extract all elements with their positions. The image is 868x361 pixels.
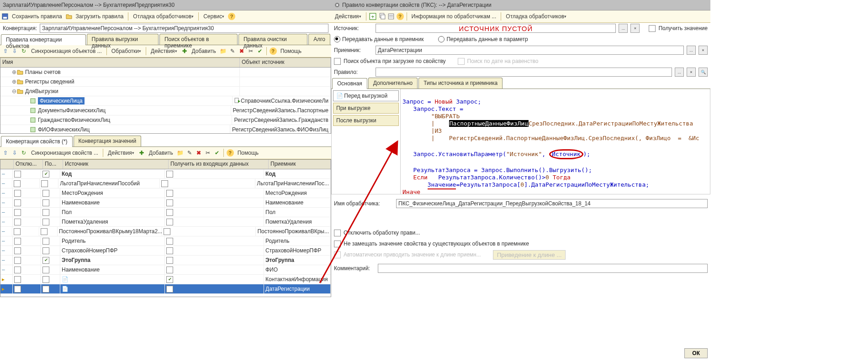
search-checkbox[interactable] [42,247,49,254]
incoming-checkbox[interactable] [161,180,168,187]
incoming-checkbox[interactable] [166,209,173,216]
search-checkbox[interactable] [41,228,48,235]
disabled-checkbox[interactable] [14,171,21,178]
add-icon[interactable]: + [369,13,376,20]
actions-dropdown[interactable]: Действия [149,47,179,56]
property-row[interactable]: –НаименованиеФИО [0,265,331,275]
up-arrow-icon[interactable]: ⇧ [2,149,9,157]
search-checkbox[interactable] [42,276,49,283]
property-row[interactable]: –МестоРожденияМестоРождения [0,188,331,198]
radio-to-parameter[interactable]: Передавать данные в параметр [438,36,528,43]
get-value-checkbox[interactable] [649,25,656,32]
delete-icon[interactable]: ✖ [195,149,202,157]
cut-icon[interactable]: ✂ [247,47,254,55]
cut-icon[interactable]: ✂ [204,149,212,157]
col-source[interactable]: Источник [63,160,169,169]
disabled-checkbox[interactable] [14,257,21,264]
delete-icon[interactable]: ✖ [238,47,245,55]
incoming-checkbox[interactable] [166,199,173,206]
incoming-checkbox[interactable] [166,286,173,293]
collapse-icon[interactable]: ⊖ [11,88,17,94]
property-row[interactable]: –ПолПол [0,208,331,217]
tab-additional[interactable]: Дополнительно [368,78,418,89]
handler-name-field[interactable]: ПКС_ФизическиеЛица_ДатаРегистрации_Перед… [396,199,708,208]
edit-icon[interactable]: ✎ [229,47,236,55]
comment-field[interactable] [378,264,708,273]
col-search[interactable]: По... [43,160,63,169]
add-icon[interactable]: ✚ [138,149,145,157]
disabled-checkbox[interactable] [14,209,21,216]
actions-dropdown-right[interactable]: Действия [333,12,363,21]
radio-to-receiver[interactable]: Передавать данные в приемник [334,36,423,43]
rule-clear-button[interactable]: × [687,68,696,77]
search-checkbox[interactable] [42,171,49,178]
folder-add-icon[interactable]: 📁 [220,47,227,55]
destination-field[interactable]: ДатаРегистрации [376,46,684,55]
property-row[interactable]: ▸📄КонтактнаяИнформация [0,275,331,284]
tree-leaf[interactable]: ФизическиеЛицаСправочникСсылка.Физически… [0,96,331,106]
properties-grid[interactable]: Отклю... По... Источник Получить из вход… [0,159,331,297]
tab-value-conversion[interactable]: Конвертация значений [74,136,142,146]
tree-leaf[interactable]: ГражданствоФизическихЛицРегистрСведенийЗ… [0,115,331,125]
search-checkbox[interactable] [42,190,49,197]
search-checkbox[interactable] [42,267,49,273]
tab-cleanup-rules[interactable]: Правила очистки данных [238,34,307,45]
add-button-2[interactable]: Добавить [147,148,175,157]
handler-after-export[interactable]: После выгрузки [333,115,399,126]
tree-leaf[interactable]: ДокументыФизическихЛицРегистрСведенийЗап… [0,106,331,115]
handler-on-export[interactable]: При выгрузке [333,103,399,114]
col-destination[interactable]: Приемник [269,160,331,169]
rules-tree-grid[interactable]: Имя Объект источник ⊕Планы счетов ⊕Регис… [0,58,331,134]
disabled-checkbox[interactable] [14,190,21,197]
no-replace-checkbox[interactable] [334,241,341,247]
incoming-checkbox[interactable] [166,276,173,283]
source-field[interactable]: ИСТОЧНИК ПУСТОЙ [376,24,616,33]
edit-icon[interactable]: ✎ [186,149,193,157]
disabled-checkbox[interactable] [14,238,21,245]
incoming-checkbox[interactable] [166,257,173,264]
rule-dots-button[interactable]: ... [675,68,684,77]
mark-icon[interactable]: ✔ [213,149,221,157]
property-row[interactable]: –КодКод [0,169,331,179]
incoming-checkbox[interactable] [166,219,173,225]
rule-search-button[interactable]: 🔍 [699,68,708,77]
actions-dropdown-2[interactable]: Действия [106,148,136,157]
help-icon-right[interactable]: ? [397,13,404,20]
property-row[interactable]: ▸📄ДатаРегистрации [0,284,331,294]
help-icon-2[interactable]: ? [270,47,277,55]
debug-handlers-right[interactable]: Отладка обработчиков [504,12,568,21]
search-checkbox[interactable] [42,209,49,216]
tab-export-rules[interactable]: Правила выгрузки данных [87,34,159,45]
disabled-checkbox[interactable] [14,247,21,254]
disabled-checkbox[interactable] [14,267,21,273]
search-checkbox[interactable] [42,219,49,225]
handler-info-button[interactable]: Информация по обработчикам ... [410,12,498,21]
col-name[interactable]: Имя [0,58,240,67]
save-rules-button[interactable]: Сохранить правила [10,12,64,21]
service-dropdown[interactable]: Сервис [201,12,226,21]
ok-button[interactable]: ОК [684,348,708,358]
sync-objects-button[interactable]: Синхронизация объектов ... [29,47,104,56]
expand-icon[interactable]: ⊕ [11,78,17,85]
disabled-checkbox[interactable] [14,228,21,235]
incoming-checkbox[interactable] [166,190,173,197]
disabled-checkbox[interactable] [14,180,21,187]
search-checkbox[interactable] [42,257,49,264]
clear-destination-button[interactable]: × [699,46,708,55]
search-checkbox[interactable] [42,286,49,293]
help-button[interactable]: Помощь [279,47,303,56]
tab-property-conversion[interactable]: Конвертация свойств (*) [1,136,73,147]
help-icon[interactable]: ? [228,13,235,20]
copy-icon[interactable] [378,13,386,20]
tab-types[interactable]: Типы источника и приемника [418,78,503,89]
property-row[interactable]: –ПометкаУдаленияПометкаУдаления [0,217,331,227]
processing-dropdown[interactable]: Обработки [110,47,143,56]
search-checkbox[interactable] [42,199,49,206]
disabled-checkbox[interactable] [14,199,21,206]
property-row[interactable]: –ЭтоГруппаЭтоГруппа [0,256,331,265]
debug-handlers-dropdown[interactable]: Отладка обработчиков [131,12,196,21]
disabled-checkbox[interactable] [14,276,21,283]
clear-source-button[interactable]: × [630,24,640,33]
incoming-checkbox[interactable] [166,247,173,254]
search-checkbox[interactable] [41,180,48,187]
